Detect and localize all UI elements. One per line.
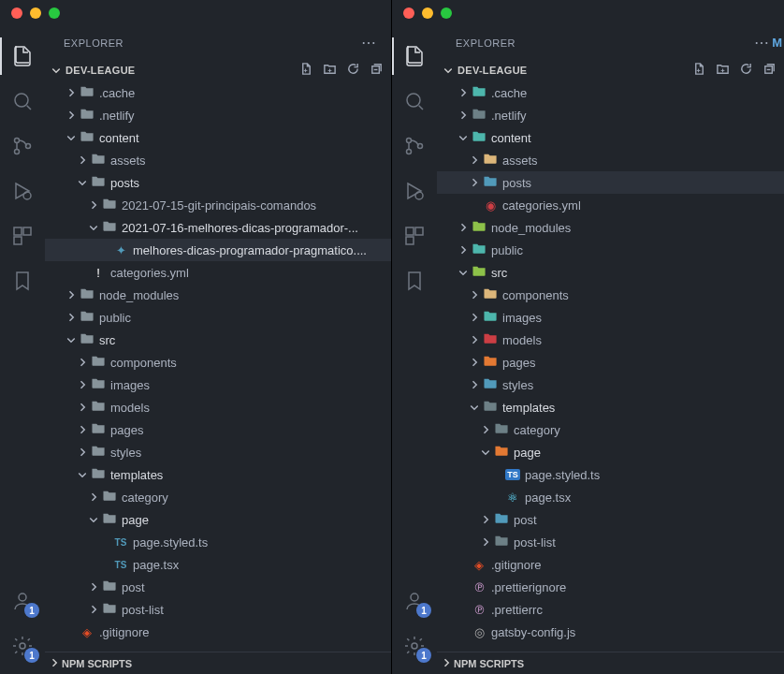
activity-settings-icon[interactable]: 1 xyxy=(0,623,45,668)
tree-row[interactable]: assets xyxy=(437,149,784,171)
tree-row[interactable]: src xyxy=(437,261,784,284)
sidebar-more-icon[interactable]: ⋯ xyxy=(754,34,770,51)
file-tree[interactable]: .cache .netlify content assets posts xyxy=(437,81,784,652)
tree-row[interactable]: node_modules xyxy=(45,284,391,306)
tree-row[interactable]: images xyxy=(45,374,391,396)
collapse-all-icon[interactable] xyxy=(762,62,777,79)
refresh-icon[interactable] xyxy=(739,62,753,79)
tree-row[interactable]: post-list xyxy=(45,598,391,621)
project-section-header[interactable]: DEV-LEAGUE xyxy=(45,59,391,81)
activity-bookmark-icon[interactable] xyxy=(392,258,437,303)
tree-row[interactable]: category xyxy=(45,486,391,508)
chevron-icon xyxy=(64,87,79,98)
activity-source-control-icon[interactable] xyxy=(392,124,437,168)
sidebar-more-icon[interactable]: ⋯ xyxy=(361,34,377,51)
project-section-header[interactable]: DEV-LEAGUE xyxy=(437,59,784,81)
tree-row[interactable]: .netlify xyxy=(437,104,784,126)
minimize-window-icon[interactable] xyxy=(422,7,433,19)
tree-row[interactable]: styles xyxy=(437,374,784,396)
tree-row[interactable]: TS page.styled.ts xyxy=(45,531,391,553)
chevron-icon xyxy=(86,604,101,615)
tree-row[interactable]: page xyxy=(45,508,391,531)
tree-row[interactable]: 2021-07-15-git-principais-comandos xyxy=(45,194,391,216)
tree-row[interactable]: posts xyxy=(437,171,784,194)
activity-account-icon[interactable]: 1 xyxy=(0,579,45,623)
tree-row[interactable]: ℗ .prettierrc xyxy=(437,598,784,621)
chevron-icon xyxy=(467,334,482,345)
activity-bookmark-icon[interactable] xyxy=(0,258,45,303)
tree-row[interactable]: TS page.styled.ts xyxy=(437,463,784,486)
tree-row[interactable]: post-list xyxy=(437,531,784,553)
npm-scripts-section[interactable]: NPM SCRIPTS xyxy=(45,652,391,674)
tree-row[interactable]: page xyxy=(437,441,784,463)
tree-row[interactable]: components xyxy=(437,284,784,306)
new-folder-icon[interactable] xyxy=(323,62,337,79)
tree-row[interactable]: posts xyxy=(45,171,391,194)
file-type-icon xyxy=(90,174,107,191)
chevron-icon xyxy=(467,402,482,413)
chevron-icon xyxy=(64,110,79,121)
chevron-icon xyxy=(467,357,482,368)
activity-source-control-icon[interactable] xyxy=(0,124,45,168)
tree-row[interactable]: assets xyxy=(45,149,391,171)
close-window-icon[interactable] xyxy=(403,7,414,19)
tree-row[interactable]: ◉ categories.yml xyxy=(437,194,784,216)
tree-row[interactable]: models xyxy=(437,329,784,351)
tree-row[interactable]: public xyxy=(45,306,391,329)
tree-row[interactable]: templates xyxy=(437,396,784,418)
tree-row[interactable]: ! categories.yml xyxy=(45,261,391,284)
refresh-icon[interactable] xyxy=(346,62,360,79)
tree-item-label: node_modules xyxy=(99,288,179,302)
activity-extensions-icon[interactable] xyxy=(392,213,437,258)
tree-row[interactable]: category xyxy=(437,418,784,441)
tree-row[interactable]: ℗ .prettierignore xyxy=(437,576,784,598)
activity-run-debug-icon[interactable] xyxy=(0,168,45,213)
tree-row[interactable]: pages xyxy=(437,351,784,374)
tree-row[interactable]: ◈ .gitignore xyxy=(45,621,391,643)
npm-scripts-section[interactable]: NPM SCRIPTS xyxy=(437,652,784,674)
tree-row[interactable]: public xyxy=(437,239,784,261)
tree-row[interactable]: .cache xyxy=(45,81,391,104)
tree-row[interactable]: post xyxy=(45,576,391,598)
tree-row[interactable]: templates xyxy=(45,463,391,486)
tree-row[interactable]: src xyxy=(45,329,391,351)
new-folder-icon[interactable] xyxy=(716,62,730,79)
activity-account-icon[interactable]: 1 xyxy=(392,579,437,623)
collapse-all-icon[interactable] xyxy=(370,62,384,79)
activity-explorer-icon[interactable] xyxy=(392,34,437,79)
tree-row[interactable]: content xyxy=(45,126,391,149)
tree-row[interactable]: TS page.tsx xyxy=(45,553,391,576)
activity-search-icon[interactable] xyxy=(392,79,437,124)
tree-row[interactable]: .cache xyxy=(437,81,784,104)
tree-item-label: content xyxy=(491,131,531,145)
tree-row[interactable]: .netlify xyxy=(45,104,391,126)
new-file-icon[interactable] xyxy=(299,62,313,79)
tree-row[interactable]: models xyxy=(45,396,391,418)
settings-badge: 1 xyxy=(24,648,39,663)
tree-row[interactable]: ◎ gatsby-config.js xyxy=(437,621,784,643)
tree-row[interactable]: 2021-07-16-melhores-dicas-programador-..… xyxy=(45,216,391,239)
file-tree[interactable]: .cache .netlify content assets posts xyxy=(45,81,391,652)
activity-explorer-icon[interactable] xyxy=(0,34,45,79)
maximize-window-icon[interactable] xyxy=(441,7,452,19)
tree-row[interactable]: ✦ melhores-dicas-programador-pragmatico.… xyxy=(45,239,391,261)
tree-row[interactable]: components xyxy=(45,351,391,374)
tree-row[interactable]: ⚛ page.tsx xyxy=(437,486,784,508)
tree-row[interactable]: images xyxy=(437,306,784,329)
file-type-icon xyxy=(493,534,510,550)
activity-run-debug-icon[interactable] xyxy=(392,168,437,213)
tree-row[interactable]: pages xyxy=(45,418,391,441)
activity-search-icon[interactable] xyxy=(0,79,45,124)
activity-settings-icon[interactable]: 1 xyxy=(392,623,437,668)
maximize-window-icon[interactable] xyxy=(49,7,60,19)
tree-row[interactable]: styles xyxy=(45,441,391,463)
tree-row[interactable]: node_modules xyxy=(437,216,784,239)
tree-row[interactable]: post xyxy=(437,508,784,531)
close-window-icon[interactable] xyxy=(11,7,22,19)
activity-extensions-icon[interactable] xyxy=(0,213,45,258)
tree-row[interactable]: ◈ .gitignore xyxy=(437,553,784,576)
file-type-icon: ℗ xyxy=(471,580,487,594)
minimize-window-icon[interactable] xyxy=(30,7,41,19)
tree-row[interactable]: content xyxy=(437,126,784,149)
new-file-icon[interactable] xyxy=(692,62,706,79)
